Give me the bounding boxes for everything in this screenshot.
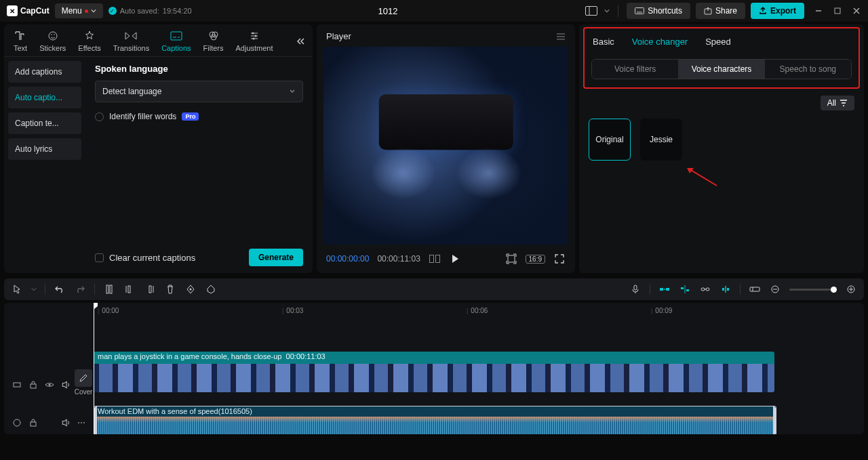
chevron-down-icon — [91, 8, 96, 14]
side-item-auto-lyrics[interactable]: Auto lyrics — [8, 138, 81, 160]
minimize-button[interactable] — [814, 6, 823, 16]
language-select[interactable]: Detect language — [95, 81, 303, 102]
all-filter-button[interactable]: All — [821, 96, 854, 110]
chevron-down-icon[interactable] — [31, 287, 37, 292]
subtab-speech-to-song[interactable]: Speech to song — [765, 60, 851, 79]
tab-filters[interactable]: Filters — [199, 28, 228, 54]
speaker-icon[interactable] — [61, 418, 71, 427]
clip-handle-right[interactable] — [773, 406, 776, 434]
scale-icon[interactable] — [505, 253, 517, 265]
checkbox-icon — [95, 253, 104, 262]
tab-stickers[interactable]: Stickers — [35, 28, 70, 54]
more-icon[interactable]: ⋯ — [77, 418, 85, 427]
tab-voice-changer[interactable]: Voice changer — [632, 37, 688, 47]
zoom-slider[interactable] — [789, 289, 837, 291]
annotation-highlight: Basic Voice changer Speed Voice filters … — [583, 27, 860, 89]
tab-speed[interactable]: Speed — [705, 37, 731, 47]
tab-basic[interactable]: Basic — [593, 37, 614, 47]
svg-point-7 — [49, 32, 57, 40]
svg-point-38 — [664, 289, 665, 290]
mic-button[interactable] — [629, 283, 642, 295]
stickers-icon — [46, 30, 60, 42]
side-item-auto-captions[interactable]: Auto captio... — [8, 87, 81, 108]
playhead[interactable] — [94, 303, 94, 434]
timeline-track-headers: ⋯ ⋯ Cover — [4, 303, 94, 434]
layout-icon[interactable] — [584, 3, 599, 18]
menu-icon[interactable] — [556, 33, 566, 41]
chevron-down-icon[interactable] — [604, 8, 610, 14]
svg-rect-55 — [14, 383, 20, 387]
subtab-voice-characters[interactable]: Voice characters — [678, 60, 764, 79]
crop-button[interactable] — [184, 283, 197, 295]
main-area: Text Stickers Effects Transitions Captio… — [0, 22, 868, 276]
video-clip-label: man plays a joystick in a game console, … — [98, 352, 326, 360]
tab-adjustment[interactable]: Adjustment — [232, 28, 277, 54]
zoom-in-button[interactable] — [845, 283, 857, 295]
collapse-track-icon[interactable] — [12, 418, 22, 427]
tab-effects[interactable]: Effects — [74, 28, 104, 54]
side-item-add-captions[interactable]: Add captions — [8, 61, 81, 83]
clip-handle-left[interactable] — [94, 406, 97, 434]
cover-button[interactable]: Cover — [73, 369, 94, 396]
close-button[interactable] — [852, 6, 861, 16]
undo-button[interactable] — [54, 283, 66, 295]
collapse-track-icon[interactable] — [12, 380, 22, 390]
side-item-caption-templates[interactable]: Caption te... — [8, 112, 81, 134]
timeline-ruler[interactable]: 00:00 00:03 00:06 00:09 — [94, 303, 864, 322]
delete-button[interactable] — [164, 283, 176, 295]
svg-rect-32 — [149, 286, 151, 293]
snap-icon[interactable] — [679, 283, 691, 295]
svg-rect-40 — [681, 287, 684, 289]
link-icon[interactable] — [699, 283, 711, 295]
project-title: 1012 — [192, 6, 585, 16]
voice-card-jessie[interactable]: Jessie — [640, 119, 682, 161]
voice-card-original[interactable]: Original — [589, 119, 631, 161]
video-clip[interactable]: man plays a joystick in a game console, … — [94, 352, 774, 392]
marker-button[interactable] — [205, 283, 217, 295]
check-icon: ✓ — [108, 7, 117, 15]
export-button[interactable]: Export — [751, 3, 804, 19]
clear-captions-checkbox[interactable]: Clear current captions — [95, 253, 195, 263]
svg-rect-56 — [31, 384, 36, 388]
share-button[interactable]: Share — [696, 3, 745, 19]
preview-axis-icon[interactable] — [719, 283, 732, 295]
eye-icon[interactable] — [45, 380, 54, 390]
ruler-tick: 00:03 — [282, 307, 303, 314]
svg-rect-26 — [435, 255, 439, 263]
lock-icon[interactable] — [28, 380, 38, 390]
filter-icon — [840, 100, 848, 106]
lock-icon[interactable] — [28, 418, 38, 427]
preview-viewport[interactable] — [323, 47, 568, 245]
split-button[interactable] — [103, 283, 115, 295]
collapse-button[interactable] — [294, 35, 307, 48]
trim-right-button[interactable] — [144, 283, 156, 295]
magnet-clip-icon[interactable] — [658, 283, 671, 295]
redo-button[interactable] — [74, 283, 86, 295]
aspect-ratio[interactable]: 16:9 — [526, 255, 545, 264]
trim-left-button[interactable] — [123, 283, 136, 295]
zoom-out-button[interactable] — [769, 283, 781, 295]
svg-point-20 — [255, 35, 257, 37]
subtab-voice-filters[interactable]: Voice filters — [592, 60, 678, 79]
play-button[interactable] — [449, 253, 461, 265]
generate-button[interactable]: Generate — [249, 249, 303, 266]
fullscreen-icon[interactable] — [553, 253, 566, 265]
captions-side-list: Add captions Auto captio... Caption te..… — [4, 57, 85, 273]
compare-icon[interactable] — [429, 253, 441, 265]
player-title: Player — [326, 31, 351, 41]
menu-button[interactable]: Menu — [55, 3, 103, 18]
timeline-body[interactable]: 00:00 00:03 00:06 00:09 man plays a joys… — [94, 303, 864, 434]
shortcuts-button[interactable]: Shortcuts — [627, 3, 690, 19]
current-time: 00:00:00:00 — [326, 254, 369, 264]
maximize-button[interactable] — [833, 6, 842, 16]
player-controls: 00:00:00:00 00:00:11:03 16:9 — [317, 247, 575, 273]
audio-clip[interactable]: Workout EDM with a sense of speed(101650… — [94, 406, 776, 434]
tab-captions[interactable]: Captions — [157, 28, 195, 54]
tab-text[interactable]: Text — [9, 28, 31, 54]
filler-words-checkbox[interactable]: Identify filler words Pro — [95, 112, 303, 121]
speaker-icon[interactable] — [61, 380, 71, 390]
pointer-tool[interactable] — [11, 283, 23, 295]
tab-transitions[interactable]: Transitions — [109, 28, 153, 54]
timeline-settings-icon[interactable] — [749, 283, 761, 295]
svg-rect-29 — [110, 285, 112, 293]
